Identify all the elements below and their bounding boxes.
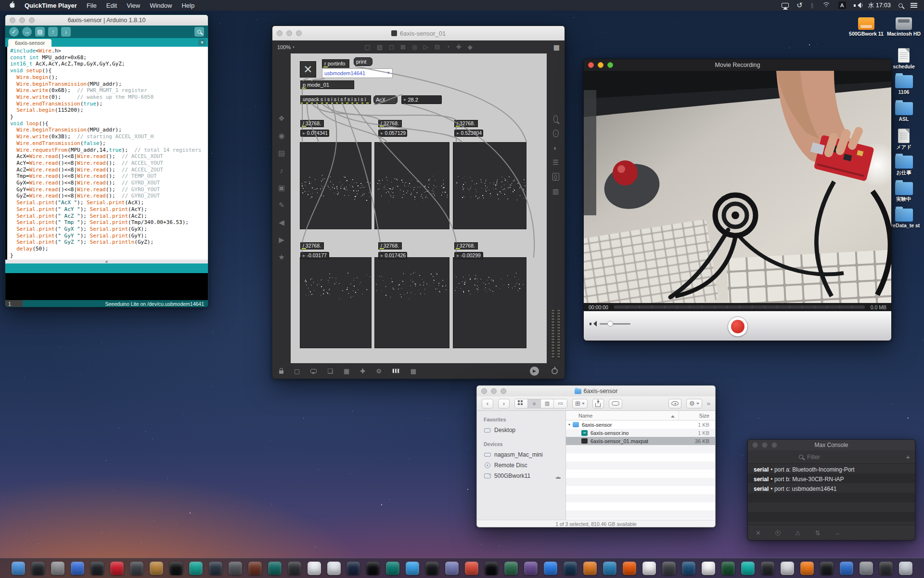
dock-app-icon-22[interactable] <box>425 562 439 575</box>
minimize-button[interactable] <box>762 442 768 448</box>
toolbar-grid-icon[interactable]: ▦ <box>553 43 560 51</box>
divide-object[interactable]: / 32768. <box>300 120 324 127</box>
minimize-button[interactable] <box>286 30 292 36</box>
message-object-icon[interactable]: ▧ <box>377 43 383 51</box>
info-icon[interactable] <box>553 130 559 137</box>
dock-app-icon-20[interactable] <box>386 562 399 575</box>
divide-object[interactable]: / 32768. <box>454 120 478 127</box>
serial-port-menu[interactable]: usbmodem14641 ▼ <box>322 68 393 78</box>
dock-app-icon-11[interactable] <box>209 562 222 575</box>
dock-app-icon-19[interactable] <box>366 562 380 575</box>
close-button[interactable] <box>481 388 487 394</box>
dock-app-icon-29[interactable] <box>564 562 577 575</box>
editor-splitter[interactable] <box>5 260 208 263</box>
settings-gear-icon[interactable]: ⚙ <box>376 368 382 375</box>
jump-back-icon[interactable]: ← <box>834 529 841 537</box>
disclosure-icon[interactable]: ▼ <box>566 423 573 426</box>
filter-input[interactable] <box>806 453 864 461</box>
float-number-box[interactable]: ▶0.057129 <box>378 130 407 137</box>
file-row[interactable]: ∞6axis-sensor.ino1 KB <box>566 429 715 437</box>
max-title-bar[interactable]: 6axis-sensor_01 <box>272 26 565 40</box>
dock-app-icon-17[interactable] <box>327 562 341 575</box>
dock-app-icon-15[interactable] <box>288 562 301 575</box>
record-button[interactable] <box>728 316 748 337</box>
add-object-icon[interactable]: ✚ <box>456 43 462 51</box>
dock-app-icon-39[interactable] <box>761 562 774 575</box>
dock-app-icon-26[interactable] <box>504 562 518 575</box>
print-message[interactable]: print <box>354 57 372 66</box>
console-row[interactable]: serial • port b: Muse-30CB-RN-iAP <box>748 474 915 484</box>
dock-app-icon-23[interactable] <box>445 562 459 575</box>
filter-field[interactable] <box>799 453 864 461</box>
toggle-object[interactable]: ✕ <box>300 61 316 78</box>
add-button[interactable]: + <box>906 453 910 461</box>
comment-object-icon[interactable]: ◻ <box>389 43 394 51</box>
list-view-button[interactable]: ≡ <box>528 399 541 408</box>
windows-icon[interactable]: ❏ <box>327 368 333 375</box>
dock-app-icon-43[interactable] <box>840 562 853 575</box>
float-number-box[interactable]: ▶0.017426 <box>378 252 407 259</box>
contrast-icon[interactable]: ◐ <box>553 144 557 152</box>
sidebar-item-remote-disc[interactable]: Remote Disc <box>484 460 565 471</box>
dock-app-icon-35[interactable] <box>682 562 695 575</box>
file-row[interactable]: 6axis-sensor_01.maxpat36 KB <box>566 437 715 445</box>
dock-app-icon-36[interactable] <box>702 562 715 575</box>
dock-trash-icon[interactable] <box>899 562 912 575</box>
receive-portinfo-object[interactable]: r portinfo <box>322 59 349 68</box>
speaker-icon[interactable]: ◀ <box>272 214 291 230</box>
zoom-button[interactable] <box>771 442 777 448</box>
float-number-box[interactable]: ▶-0.03177 <box>300 252 329 259</box>
airplay-icon[interactable] <box>782 3 789 8</box>
menu-view[interactable]: View <box>127 2 140 9</box>
dock-app-icon-38[interactable] <box>741 562 755 575</box>
dock-app-icon-1[interactable] <box>12 562 25 575</box>
desktop-icon-500gbwork-11[interactable]: 500GBwork 11 <box>848 17 885 37</box>
volume-knob[interactable] <box>607 321 613 327</box>
playbar-object-icon[interactable]: ▷ <box>424 43 428 51</box>
window-controls[interactable] <box>10 17 35 23</box>
console-row[interactable]: serial • port a: Bluetooth-Incoming-Port <box>748 465 915 474</box>
finder-title-bar[interactable]: 6axis-sensor <box>477 386 715 396</box>
snapshot-camera-icon[interactable] <box>552 173 559 181</box>
dock-app-icon-13[interactable] <box>248 562 262 575</box>
close-button[interactable] <box>588 62 594 68</box>
volume-icon[interactable] <box>854 2 860 8</box>
lock-icon[interactable] <box>279 370 283 374</box>
dock-app-icon-6[interactable] <box>110 562 124 575</box>
zoom-search-icon[interactable] <box>553 115 558 123</box>
dock-app-icon-7[interactable] <box>130 562 143 575</box>
dock-app-icon-4[interactable] <box>71 562 84 575</box>
bluetooth-icon[interactable]: ᛒ <box>810 2 814 9</box>
tab-sketch[interactable]: 6axis-sensor <box>8 39 51 47</box>
dock-app-icon-45[interactable] <box>879 562 893 575</box>
time-machine-icon[interactable]: ↺ <box>796 1 803 10</box>
sort-rows-icon[interactable]: ⇅ <box>815 529 821 537</box>
divide-object[interactable]: / 32768. <box>454 242 478 250</box>
volume-slider[interactable] <box>600 323 630 325</box>
dock-app-icon-30[interactable] <box>583 562 597 575</box>
sidebar-item-desktop[interactable]: Desktop <box>484 425 565 435</box>
dock-app-icon-34[interactable] <box>662 562 676 575</box>
menu-bar-clock[interactable]: 水 17:03 <box>868 1 891 10</box>
zoom-button[interactable] <box>296 30 302 36</box>
matrix-icon[interactable]: ▩ <box>411 368 416 375</box>
open-sketch-button[interactable]: ↑ <box>48 27 58 37</box>
float-number-box[interactable]: ▶0.074341 <box>300 130 329 137</box>
dock-app-icon-12[interactable] <box>229 562 242 575</box>
number-object-icon[interactable]: ⊟ <box>435 43 440 51</box>
dock-app-icon-25[interactable] <box>485 562 498 575</box>
serial-monitor-button[interactable] <box>194 27 204 37</box>
file-row[interactable]: ▼6axis-sensor1 KB <box>566 420 715 429</box>
arduino-title-bar[interactable]: 6axis-sensor | Arduino 1.8.10 <box>5 15 208 26</box>
action-button[interactable]: ⚙ <box>686 399 702 408</box>
clear-console-icon[interactable]: ✕ <box>756 529 761 537</box>
zoom-button[interactable] <box>29 17 35 23</box>
menu-window[interactable]: Window <box>150 2 172 9</box>
input-source-icon[interactable]: A <box>838 1 846 9</box>
more-toolbar-button[interactable]: » <box>707 400 710 407</box>
patcher-object-icon[interactable]: ▢ <box>364 43 370 51</box>
run-button[interactable]: ▶ <box>530 367 539 376</box>
dock-app-icon-16[interactable] <box>308 562 321 575</box>
menu-file[interactable]: File <box>87 2 97 9</box>
upload-button[interactable]: → <box>22 27 32 37</box>
